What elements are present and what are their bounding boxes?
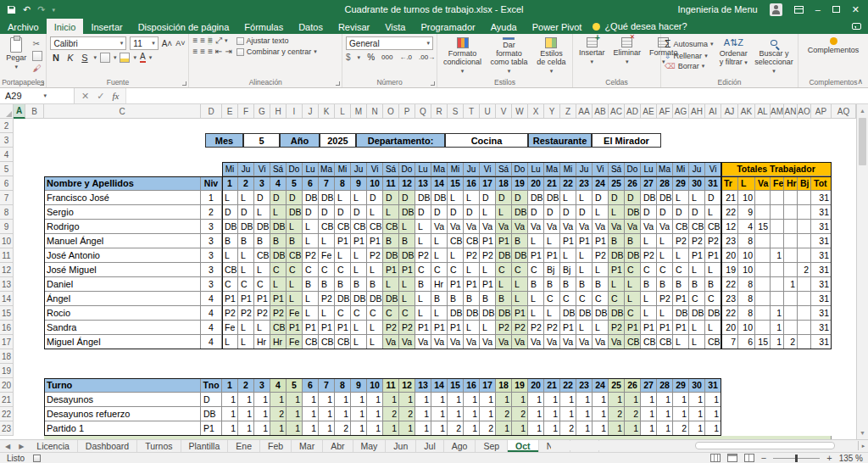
shift-cell[interactable]: DB: [270, 248, 287, 263]
shift-cell[interactable]: DB: [625, 248, 641, 263]
shift-cell[interactable]: D: [705, 191, 721, 205]
shift-cell[interactable]: B: [351, 277, 367, 292]
day-name-header[interactable]: Sá: [383, 162, 399, 176]
comma-style-icon[interactable]: 000: [381, 53, 392, 61]
shift-cell[interactable]: B: [415, 277, 431, 292]
row-header-2[interactable]: 2: [0, 119, 14, 133]
turno-count-cell[interactable]: 1: [367, 421, 383, 436]
worker-level-cell[interactable]: 1: [201, 191, 222, 205]
info-cell[interactable]: Año: [280, 133, 320, 148]
total-cell[interactable]: [798, 205, 811, 220]
tab-insertar[interactable]: Insertar: [83, 19, 130, 34]
turno-count-cell[interactable]: 2: [625, 407, 641, 421]
shift-cell[interactable]: L: [576, 191, 593, 205]
shift-cell[interactable]: L: [303, 292, 319, 306]
turno-code-cell[interactable]: DB: [201, 407, 222, 421]
total-cell[interactable]: [784, 191, 798, 205]
shift-cell[interactable]: L: [448, 248, 464, 263]
shift-cell[interactable]: L: [367, 335, 383, 349]
tab-programador[interactable]: Programador: [413, 19, 482, 34]
shift-cell[interactable]: C: [351, 306, 367, 321]
row-header-17[interactable]: 17: [0, 335, 14, 349]
totals-column-header[interactable]: Tot: [811, 176, 832, 191]
column-header-AJ[interactable]: AJ: [721, 104, 738, 119]
turno-count-cell[interactable]: 1: [367, 393, 383, 407]
shift-cell[interactable]: P1: [641, 321, 657, 335]
shift-cell[interactable]: C: [335, 306, 351, 321]
tab-revisar[interactable]: Revisar: [331, 19, 377, 34]
worker-name-cell[interactable]: Sandra: [44, 321, 201, 335]
turno-count-cell[interactable]: 1: [367, 407, 383, 421]
total-cell[interactable]: 1: [771, 321, 784, 335]
day-number-header[interactable]: 24: [593, 176, 609, 191]
turno-count-cell[interactable]: 1: [270, 393, 287, 407]
fill-button[interactable]: ⇩ Rellenar ▾: [665, 52, 713, 60]
shift-cell[interactable]: Va: [464, 220, 480, 234]
shift-cell[interactable]: B: [399, 234, 415, 248]
select-all-corner[interactable]: [0, 104, 14, 119]
cut-icon[interactable]: ✂: [32, 39, 42, 48]
shift-cell[interactable]: B: [560, 277, 576, 292]
shift-cell[interactable]: P1: [593, 234, 609, 248]
redo-icon[interactable]: ↷: [37, 5, 45, 14]
shift-cell[interactable]: L: [496, 277, 512, 292]
turno-day-header[interactable]: 23: [576, 378, 593, 393]
shift-cell[interactable]: L: [593, 263, 609, 277]
total-cell[interactable]: [771, 220, 784, 234]
total-cell[interactable]: 31: [811, 306, 832, 321]
shift-cell[interactable]: DB: [576, 306, 593, 321]
shift-cell[interactable]: C: [367, 306, 383, 321]
shift-cell[interactable]: C: [512, 263, 528, 277]
shift-cell[interactable]: Va: [544, 335, 560, 349]
day-name-header[interactable]: Mi: [335, 162, 351, 176]
shift-cell[interactable]: L: [238, 191, 254, 205]
shift-cell[interactable]: L: [496, 205, 512, 220]
row-header-18[interactable]: 18: [0, 349, 14, 364]
turno-day-header[interactable]: 20: [528, 378, 544, 393]
total-cell[interactable]: 31: [811, 335, 832, 349]
shift-cell[interactable]: C: [528, 263, 544, 277]
column-header-W[interactable]: W: [512, 104, 528, 119]
shift-cell[interactable]: P2: [528, 321, 544, 335]
shift-cell[interactable]: P1: [415, 321, 431, 335]
shift-cell[interactable]: P2: [480, 248, 496, 263]
row-header-14[interactable]: 14: [0, 292, 14, 306]
shift-cell[interactable]: P1: [335, 234, 351, 248]
turno-count-cell[interactable]: 2: [270, 407, 287, 421]
shift-cell[interactable]: Va: [448, 220, 464, 234]
horizontal-scrollbar[interactable]: [551, 441, 856, 450]
shift-cell[interactable]: B: [238, 234, 254, 248]
shift-cell[interactable]: P1: [528, 248, 544, 263]
total-cell[interactable]: [771, 191, 784, 205]
total-cell[interactable]: 31: [811, 292, 832, 306]
shift-cell[interactable]: Va: [593, 220, 609, 234]
turno-count-cell[interactable]: 1: [287, 393, 303, 407]
shift-cell[interactable]: L: [560, 191, 576, 205]
shift-cell[interactable]: Va: [383, 335, 399, 349]
shift-cell[interactable]: Va: [576, 335, 593, 349]
column-header-N[interactable]: N: [367, 104, 383, 119]
shift-cell[interactable]: DB: [399, 205, 415, 220]
total-cell[interactable]: 15: [755, 335, 771, 349]
column-header-AF[interactable]: AF: [657, 104, 673, 119]
turno-count-cell[interactable]: 1: [399, 421, 415, 436]
day-number-header[interactable]: 14: [431, 176, 448, 191]
turno-count-cell[interactable]: 1: [319, 393, 335, 407]
shift-cell[interactable]: D: [351, 205, 367, 220]
shift-cell[interactable]: P2: [657, 292, 673, 306]
row-header-7[interactable]: 7: [0, 191, 14, 205]
shift-cell[interactable]: DB: [238, 220, 254, 234]
shift-cell[interactable]: P1: [480, 277, 496, 292]
total-cell[interactable]: 31: [811, 220, 832, 234]
turno-count-cell[interactable]: 1: [625, 421, 641, 436]
row-header-19[interactable]: 19: [0, 364, 14, 378]
total-cell[interactable]: [755, 191, 771, 205]
shift-cell[interactable]: D: [641, 205, 657, 220]
day-name-header[interactable]: Vi: [705, 162, 721, 176]
row-header-15[interactable]: 15: [0, 306, 14, 321]
zoom-slider-thumb[interactable]: [795, 455, 798, 462]
format-as-table-button[interactable]: Dar formato como tabla ▾: [487, 36, 531, 76]
shift-cell[interactable]: B: [641, 277, 657, 292]
total-cell[interactable]: 1: [771, 306, 784, 321]
font-name-select[interactable]: Calibri▾: [50, 36, 126, 50]
